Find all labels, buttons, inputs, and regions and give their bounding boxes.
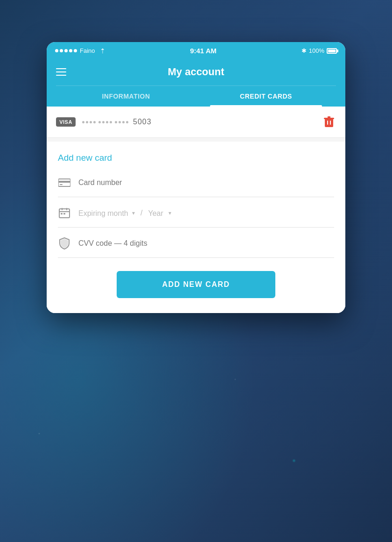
battery-icon <box>327 48 337 54</box>
delete-card-button[interactable] <box>322 114 336 130</box>
year-chevron-icon: ▾ <box>168 210 171 216</box>
card-number-input[interactable] <box>78 178 334 187</box>
tab-information[interactable]: INFORMATION <box>56 86 196 107</box>
svg-rect-0 <box>325 119 333 127</box>
expiry-field: Expiring month JanuaryFebruaryMarchApril… <box>58 207 334 228</box>
wifi-icon: ⇡ <box>100 47 105 55</box>
status-left: Faino ⇡ <box>55 47 105 55</box>
hamburger-line-2 <box>56 71 66 72</box>
hamburger-line-1 <box>56 68 66 69</box>
shield-icon <box>59 237 70 250</box>
add-card-section: Add new card <box>47 142 345 313</box>
expiry-year-select[interactable]: Year 2024202520262027202820292030 <box>148 209 165 217</box>
svg-rect-7 <box>60 184 63 185</box>
expiry-month-select[interactable]: Expiring month JanuaryFebruaryMarchApril… <box>78 209 128 217</box>
cvv-field <box>58 237 334 258</box>
carrier-label: Faino <box>80 47 95 54</box>
svg-rect-9 <box>59 211 70 212</box>
status-bar: Faino ⇡ 9:41 AM ✱ 100% <box>47 42 345 59</box>
signal-dots <box>55 49 77 52</box>
saved-card-row: VISA <box>47 107 345 138</box>
svg-rect-11 <box>66 208 67 210</box>
header-top: My account <box>56 66 336 86</box>
signal-dot-5 <box>74 49 77 52</box>
menu-button[interactable] <box>56 68 66 76</box>
status-right: ✱ 100% <box>301 47 337 54</box>
signal-dot-3 <box>64 49 68 52</box>
add-card-title: Add new card <box>58 153 334 163</box>
phone-frame: Faino ⇡ 9:41 AM ✱ 100% My account <box>47 42 345 313</box>
svg-rect-4 <box>330 121 331 125</box>
svg-rect-12 <box>61 213 63 214</box>
cvv-input[interactable] <box>78 239 334 248</box>
tab-credit-cards[interactable]: CREDIT CARDS <box>196 86 336 107</box>
page-title: My account <box>168 66 224 78</box>
card-last-four: 5003 <box>133 118 152 126</box>
card-icon <box>58 176 71 189</box>
dots-group-3 <box>115 121 128 123</box>
signal-dot-4 <box>69 49 72 52</box>
hamburger-line-3 <box>56 75 66 76</box>
dots-group-1 <box>82 121 96 123</box>
submit-button-container: ADD NEW CARD <box>58 271 334 298</box>
svg-rect-3 <box>327 121 328 125</box>
svg-rect-13 <box>63 213 65 214</box>
battery-fill <box>328 50 336 52</box>
app-header: My account INFORMATION CREDIT CARDS <box>47 59 345 107</box>
expiry-row: Expiring month JanuaryFebruaryMarchApril… <box>78 209 334 217</box>
card-number-field <box>58 176 334 197</box>
svg-rect-10 <box>62 208 63 210</box>
shield-field-icon <box>58 237 71 250</box>
calendar-field-icon <box>58 207 71 220</box>
expiry-slash: / <box>140 209 142 217</box>
bluetooth-icon: ✱ <box>301 47 307 54</box>
battery-body <box>327 48 337 54</box>
calendar-icon <box>59 207 70 219</box>
credit-card-icon <box>58 178 70 187</box>
signal-dot-1 <box>55 49 58 52</box>
status-time: 9:41 AM <box>190 47 217 55</box>
signal-dot-2 <box>60 49 63 52</box>
svg-rect-6 <box>58 181 70 183</box>
visa-badge: VISA <box>56 117 76 127</box>
card-number-masked: 5003 <box>82 118 315 126</box>
battery-percent: 100% <box>309 47 324 54</box>
add-new-card-button[interactable]: ADD NEW CARD <box>117 271 275 298</box>
tab-bar: INFORMATION CREDIT CARDS <box>56 86 336 107</box>
content-area: VISA <box>47 107 345 313</box>
month-chevron-icon: ▾ <box>132 210 135 216</box>
svg-rect-2 <box>328 116 330 118</box>
trash-icon <box>324 116 334 128</box>
dots-group-2 <box>98 121 112 123</box>
